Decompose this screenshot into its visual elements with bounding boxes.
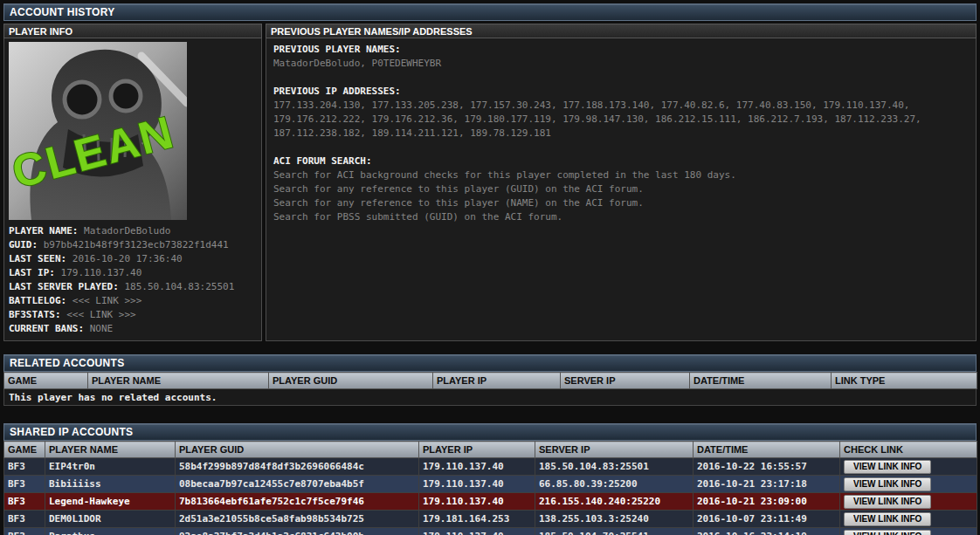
cell-check-link: VIEW LINK INFO: [840, 493, 977, 511]
col-datetime: DATE/TIME: [690, 373, 832, 389]
goggle-right: [111, 81, 141, 111]
last-seen-value: 2016-10-20 17:36:40: [72, 253, 183, 264]
previous-ips-line: 177.133.204.130, 177.133.205.238, 177.15…: [273, 99, 969, 113]
player-avatar: CLEAN: [9, 42, 187, 220]
previous-names-header: PREVIOUS PLAYER NAMES/IP ADDRESSES: [266, 24, 977, 38]
battlelog-link[interactable]: <<< LINK >>>: [72, 295, 141, 306]
table-row: BF3 Bibiiiiss 08becaa7b97ca12455c7e8707e…: [4, 476, 977, 493]
cell-check-link: VIEW LINK INFO: [840, 528, 977, 535]
col-player-ip: PLAYER IP: [433, 373, 561, 389]
current-bans-row: CURRENT BANS: NONE: [9, 322, 257, 336]
cell-server-ip: 216.155.140.240:25220: [535, 493, 694, 511]
col-player-ip: PLAYER IP: [419, 442, 535, 458]
forum-search-pbss-link[interactable]: Search for PBSS submitted (GUID) on the …: [273, 210, 969, 224]
cell-player-guid: 08becaa7b97ca12455c7e8707eba4b5f: [176, 476, 419, 493]
bf3stats-link[interactable]: <<< LINK >>>: [66, 309, 135, 320]
last-server-value: 185.50.104.83:25501: [124, 281, 234, 292]
current-bans-label: CURRENT BANS:: [9, 323, 84, 334]
top-panels: PLAYER INFO: [3, 24, 977, 341]
last-ip-value: 179.110.137.40: [61, 267, 142, 278]
last-server-label: LAST SERVER PLAYED:: [9, 281, 119, 292]
previous-names-body: PREVIOUS PLAYER NAMES: MatadorDeBoludo, …: [266, 38, 977, 341]
col-player-name: PLAYER NAME: [88, 373, 269, 389]
cell-player-ip: 179.110.137.40: [419, 476, 535, 493]
col-game: GAME: [4, 373, 88, 389]
cell-server-ip: 185.50.104.70:25541: [535, 528, 694, 535]
cell-player-ip: 179.110.137.40: [419, 528, 535, 535]
col-server-ip: SERVER IP: [535, 442, 694, 458]
related-accounts-table: GAME PLAYER NAME PLAYER GUID PLAYER IP S…: [3, 372, 977, 389]
cell-datetime: 2016-10-16 23:14:19: [694, 528, 840, 535]
forum-search-guid-link[interactable]: Search for any reference to this player …: [273, 182, 969, 196]
col-link-type: LINK TYPE: [832, 373, 977, 389]
cell-player-name: DEM0L1DOR: [45, 511, 176, 528]
battlelog-label: BATTLELOG:: [9, 295, 66, 306]
cell-player-ip: 179.181.164.253: [419, 511, 535, 528]
cell-datetime: 2016-10-21 23:17:18: [694, 476, 840, 493]
previous-names-panel: PREVIOUS PLAYER NAMES/IP ADDRESSES PREVI…: [266, 24, 977, 341]
last-ip-label: LAST IP:: [9, 267, 55, 278]
cell-player-ip: 179.110.137.40: [419, 493, 535, 511]
col-player-guid: PLAYER GUID: [269, 373, 433, 389]
col-datetime: DATE/TIME: [694, 442, 840, 458]
cell-player-name: Legend-Hawkeye: [45, 493, 176, 511]
guid-label: GUID:: [9, 239, 38, 250]
current-bans-value: NONE: [90, 323, 114, 334]
table-row: BF3 Parathus 92ae8a37bf7a3d4b1a3c6831c64…: [4, 528, 977, 535]
forum-search-background-checks-link[interactable]: Search for ACI background checks for thi…: [273, 168, 969, 182]
view-link-info-button[interactable]: VIEW LINK INFO: [844, 460, 931, 474]
forum-search-name-link[interactable]: Search for any reference to this player …: [273, 196, 969, 210]
cell-server-ip: 66.85.80.39:25200: [535, 476, 694, 493]
goggle-left: [65, 82, 100, 117]
cell-player-name: Parathus: [45, 528, 176, 535]
account-history-page: ACCOUNT HISTORY PLAYER INFO: [0, 0, 980, 535]
cell-check-link: VIEW LINK INFO: [840, 476, 977, 493]
cell-player-guid: 92ae8a37bf7a3d4b1a3c6831c643b00b: [176, 528, 419, 535]
player-info-body: CLEAN PLAYER NAME: MatadorDeBoludo GUID:…: [3, 38, 262, 341]
col-check-link: CHECK LINK: [840, 442, 977, 458]
last-seen-row: LAST SEEN: 2016-10-20 17:36:40: [9, 252, 257, 266]
view-link-info-button[interactable]: VIEW LINK INFO: [844, 477, 931, 491]
bf3stats-row: BF3STATS: <<< LINK >>>: [9, 308, 257, 322]
battlelog-row: BATTLELOG: <<< LINK >>>: [9, 294, 257, 308]
col-player-name: PLAYER NAME: [45, 442, 176, 458]
cell-check-link: VIEW LINK INFO: [840, 458, 977, 476]
col-server-ip: SERVER IP: [561, 373, 690, 389]
col-game: GAME: [4, 442, 45, 458]
cell-game: BF3: [4, 476, 45, 493]
related-accounts-empty-message: This player has no related accounts.: [3, 389, 977, 406]
guid-row: GUID: b97bb421b48f9f3123ecb73822f1d441: [9, 238, 257, 252]
related-accounts-header-row: GAME PLAYER NAME PLAYER GUID PLAYER IP S…: [4, 373, 977, 389]
player-name-value: MatadorDeBoludo: [84, 225, 170, 237]
cell-player-name: EIP4tr0n: [45, 458, 176, 476]
shared-ip-header-row: GAME PLAYER NAME PLAYER GUID PLAYER IP S…: [4, 442, 977, 458]
cell-game: BF3: [4, 493, 45, 511]
cell-datetime: 2016-10-22 16:55:57: [694, 458, 840, 476]
cell-player-guid: 7b813664ebf61afe752c1c7f5ce79f46: [176, 493, 419, 511]
col-player-guid: PLAYER GUID: [176, 442, 419, 458]
previous-ips-line: 179.176.212.222, 179.176.212.36, 179.180…: [273, 113, 969, 127]
cell-player-guid: 58b4f299b897d84f8df3b2696066484c: [176, 458, 419, 476]
page-title: ACCOUNT HISTORY: [3, 3, 977, 21]
view-link-info-button[interactable]: VIEW LINK INFO: [844, 530, 931, 535]
cell-player-guid: 2d51a3e21055b8ce5a8fab98b534b725: [176, 511, 419, 528]
soldier-avatar-image: CLEAN: [9, 42, 187, 220]
table-row: BF3 DEM0L1DOR 2d51a3e21055b8ce5a8fab98b5…: [4, 511, 977, 528]
table-row: BF3 EIP4tr0n 58b4f299b897d84f8df3b269606…: [4, 458, 977, 476]
view-link-info-button[interactable]: VIEW LINK INFO: [844, 495, 931, 509]
guid-value: b97bb421b48f9f3123ecb73822f1d441: [44, 239, 229, 250]
player-info-header: PLAYER INFO: [3, 24, 262, 38]
cell-game: BF3: [4, 528, 45, 535]
bf3stats-label: BF3STATS:: [9, 309, 61, 320]
last-ip-row: LAST IP: 179.110.137.40: [9, 266, 257, 280]
cell-server-ip: 138.255.103.3:25240: [535, 511, 694, 528]
cell-game: BF3: [4, 458, 45, 476]
last-seen-label: LAST SEEN:: [9, 253, 66, 264]
forum-search-label: ACI FORUM SEARCH:: [273, 154, 969, 168]
view-link-info-button[interactable]: VIEW LINK INFO: [844, 512, 931, 526]
table-row-flagged: BF3 Legend-Hawkeye 7b813664ebf61afe752c1…: [4, 493, 977, 511]
cell-datetime: 2016-10-07 23:11:49: [694, 511, 840, 528]
related-accounts-header: RELATED ACCOUNTS: [3, 354, 977, 372]
cell-game: BF3: [4, 511, 45, 528]
cell-player-ip: 179.110.137.40: [419, 458, 535, 476]
